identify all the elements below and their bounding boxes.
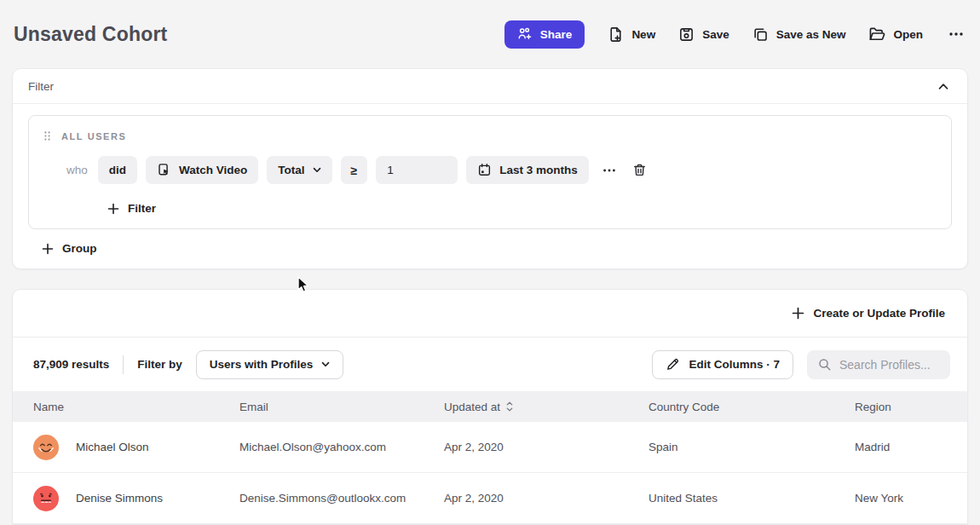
table-header: Name Email Updated at Country Code Regio… [13, 391, 967, 422]
drag-handle-icon [43, 130, 51, 141]
edit-columns-label: Edit Columns · 7 [689, 358, 780, 371]
page-title: Unsaved Cohort [14, 23, 167, 46]
column-header-name: Name [33, 401, 239, 413]
event-label: Watch Video [179, 164, 247, 176]
profile-country-code: United States [649, 492, 855, 505]
copy-icon [752, 26, 769, 43]
filter-group-header: ALL USERS [43, 127, 937, 142]
avatar [33, 435, 59, 460]
filter-by-label: Filter by [137, 358, 182, 371]
add-filter-button[interactable]: Filter [107, 202, 156, 215]
collapse-filter-button[interactable] [935, 79, 952, 94]
add-group-label: Group [62, 242, 97, 255]
header-more-button[interactable] [946, 24, 966, 44]
profile-updated-at: Apr 2, 2020 [444, 492, 649, 505]
profiles-panel: Create or Update Profile 87,909 results … [12, 289, 968, 525]
create-or-update-profile-label: Create or Update Profile [813, 307, 945, 320]
column-header-updated-at[interactable]: Updated at [444, 401, 649, 413]
new-button[interactable]: New [608, 26, 655, 43]
column-header-email: Email [239, 401, 444, 413]
save-label: Save [702, 28, 729, 41]
folder-open-icon [868, 26, 885, 43]
plus-icon [107, 203, 119, 215]
chevron-up-icon [938, 83, 948, 90]
profiles-controls: 87,909 results Filter by Users with Prof… [13, 338, 967, 391]
profile-email: Michael.Olson@yahoox.com [239, 441, 444, 453]
share-label: Share [540, 28, 573, 41]
header: Unsaved Cohort Share New [0, 0, 980, 63]
profiles-table: Name Email Updated at Country Code Regio… [13, 391, 967, 524]
create-profile-row: Create or Update Profile [13, 290, 967, 338]
filter-panel: Filter ALL [12, 68, 968, 269]
search-profiles-input[interactable] [839, 358, 940, 372]
new-label: New [631, 28, 655, 41]
calendar-icon [477, 163, 492, 177]
filter-more-button[interactable] [599, 160, 620, 181]
new-file-icon [608, 26, 624, 43]
table-row[interactable]: Denise Simmons Denise.Simmons@outlookx.c… [13, 473, 967, 524]
sort-icon [506, 401, 513, 412]
open-label: Open [893, 28, 923, 41]
profile-region: New York [855, 492, 967, 505]
profile-country-code: Spain [649, 441, 855, 453]
profile-region: Madrid [855, 441, 967, 453]
profile-name-cell: Michael Olson [33, 435, 239, 460]
profile-name: Michael Olson [76, 441, 149, 453]
profile-name-cell: Denise Simmons [33, 486, 239, 511]
event-cursor-icon [157, 163, 171, 177]
date-range-label: Last 3 months [499, 164, 578, 176]
add-filter-label: Filter [128, 202, 156, 215]
operator-button[interactable]: ≥ [341, 156, 368, 184]
date-range-button[interactable]: Last 3 months [466, 156, 589, 184]
share-button[interactable]: Share [504, 20, 585, 49]
avatar [33, 486, 59, 511]
open-button[interactable]: Open [868, 26, 923, 43]
event-button[interactable]: Watch Video [146, 156, 258, 184]
aggregation-label: Total [278, 164, 304, 176]
trash-icon [632, 163, 647, 177]
group-label: ALL USERS [61, 131, 127, 141]
chevron-down-icon [313, 167, 321, 173]
aggregation-dropdown[interactable]: Total [267, 156, 331, 184]
pencil-icon [666, 357, 680, 372]
add-group-button[interactable]: Group [42, 242, 97, 255]
edit-columns-button[interactable]: Edit Columns · 7 [652, 350, 793, 379]
column-header-region: Region [855, 401, 967, 413]
did-button[interactable]: did [98, 156, 137, 184]
save-icon [678, 26, 695, 43]
filter-row: who did Watch Video Total [66, 156, 937, 184]
filter-panel-body: ALL USERS who did Watch Video Total [13, 104, 967, 268]
create-or-update-profile-button[interactable]: Create or Update Profile [792, 307, 945, 320]
delete-filter-button[interactable] [630, 160, 649, 180]
plus-icon [42, 243, 54, 255]
profile-email: Denise.Simmons@outlookx.com [239, 492, 444, 505]
save-as-new-label: Save as New [776, 28, 846, 41]
share-icon [517, 26, 533, 42]
column-header-country-code: Country Code [649, 401, 855, 413]
divider [123, 355, 124, 374]
toolbar: Share New Save [504, 20, 966, 49]
filter-panel-title: Filter [28, 80, 54, 93]
table-row[interactable]: Michael Olson Michael.Olson@yahoox.com A… [13, 422, 967, 473]
plus-icon [792, 307, 804, 320]
save-button[interactable]: Save [678, 26, 729, 43]
value-input[interactable] [376, 156, 458, 184]
profile-updated-at: Apr 2, 2020 [444, 441, 649, 453]
save-as-new-button[interactable]: Save as New [752, 26, 846, 43]
ellipsis-icon [948, 26, 965, 43]
ellipsis-icon [602, 163, 617, 178]
profile-filter-label: Users with Profiles [210, 358, 314, 371]
who-label: who [66, 164, 88, 176]
profile-name: Denise Simmons [76, 492, 163, 505]
filter-panel-header: Filter [13, 69, 967, 104]
search-box[interactable] [807, 350, 950, 379]
drag-handle[interactable] [43, 130, 52, 142]
profile-filter-dropdown[interactable]: Users with Profiles [196, 350, 344, 379]
search-icon [817, 357, 832, 372]
filter-group: ALL USERS who did Watch Video Total [28, 115, 952, 229]
chevron-down-icon [321, 361, 330, 367]
results-count: 87,909 results [33, 358, 109, 371]
